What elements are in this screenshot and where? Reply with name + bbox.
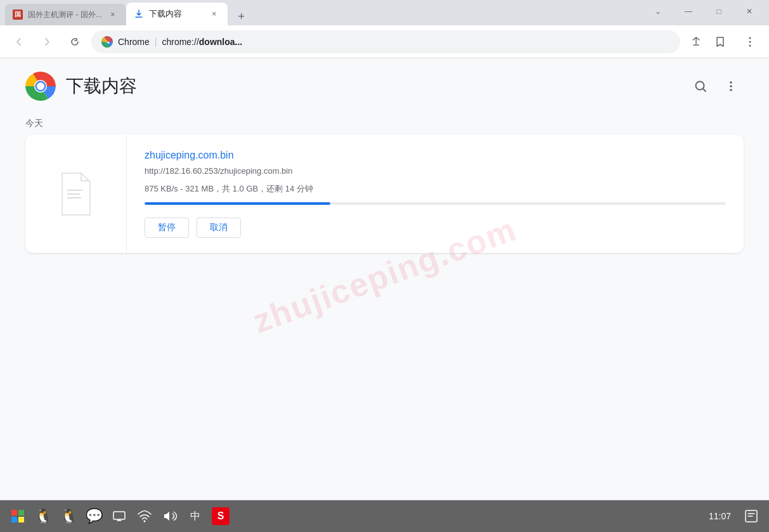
svg-rect-13: [67, 190, 82, 191]
share-button[interactable]: [685, 31, 707, 53]
new-tab-button[interactable]: +: [233, 8, 250, 25]
tab-close-active[interactable]: ×: [209, 8, 220, 20]
close-button[interactable]: ✕: [735, 1, 764, 22]
svg-rect-18: [11, 517, 17, 522]
download-actions: 暂停 取消: [145, 217, 726, 238]
header-actions: [688, 74, 744, 99]
download-filename[interactable]: zhujiceping.com.bin: [145, 150, 726, 161]
taskbar-qq-icon-1[interactable]: 🐧: [33, 506, 53, 526]
pause-button[interactable]: 暂停: [145, 217, 189, 238]
download-url: http://182.16.60.253/zhujiceping.com.bin: [145, 166, 726, 176]
taskbar-wifi-icon[interactable]: [134, 506, 155, 526]
taskbar-color-icon[interactable]: [8, 506, 28, 526]
taskbar-notification-icon[interactable]: [741, 506, 761, 526]
download-status: 875 KB/s - 321 MB，共 1.0 GB，还剩 14 分钟: [145, 183, 726, 195]
tab-favicon-inactive: 国: [13, 10, 23, 20]
chrome-logo: [25, 71, 56, 101]
svg-point-3: [749, 41, 751, 42]
maximize-button[interactable]: □: [704, 1, 733, 22]
page-content: zhujiceping.com 下载内容: [0, 58, 769, 500]
cancel-button[interactable]: 取消: [197, 217, 241, 238]
taskbar: 🐧 🐧 💬 中 S: [0, 500, 769, 532]
taskbar-display-icon[interactable]: [109, 506, 129, 526]
file-icon-area: [25, 134, 127, 253]
tab-inactive[interactable]: 国 国外主机测评 - 国外... ×: [5, 4, 126, 25]
browser-menu-button[interactable]: [739, 30, 761, 53]
download-card-details: zhujiceping.com.bin http://182.16.60.253…: [127, 134, 744, 253]
taskbar-sogou-icon[interactable]: S: [210, 506, 231, 526]
page-title: 下载内容: [66, 74, 678, 98]
taskbar-input-method-icon[interactable]: 中: [185, 506, 205, 526]
tab-close-inactive[interactable]: ×: [107, 9, 119, 20]
taskbar-time: 11:07: [709, 511, 731, 521]
svg-rect-16: [11, 510, 17, 516]
svg-point-21: [144, 521, 146, 522]
svg-rect-15: [67, 197, 81, 198]
search-button[interactable]: [688, 74, 713, 99]
svg-rect-19: [18, 517, 24, 522]
tab-label-active: 下载内容: [149, 8, 204, 20]
address-bar-url: chrome://downloa...: [162, 37, 242, 47]
address-bar-actions: [685, 31, 731, 53]
tab-label-inactive: 国外主机测评 - 国外...: [28, 10, 102, 20]
section-label: 今天: [0, 108, 769, 134]
address-bar-sep: |: [155, 37, 157, 47]
address-bar[interactable]: Chrome | chrome://downloa...: [91, 30, 680, 53]
downloads-header: 下载内容: [0, 58, 769, 108]
bookmark-button[interactable]: [709, 31, 731, 53]
svg-rect-20: [113, 512, 125, 519]
taskbar-volume-icon[interactable]: [160, 506, 180, 526]
minimize-button[interactable]: —: [674, 1, 703, 22]
forward-button[interactable]: [36, 30, 58, 53]
reload-button[interactable]: [63, 30, 86, 53]
site-icon: [101, 36, 113, 48]
address-bar-brand: Chrome: [118, 37, 150, 47]
address-bar-row: Chrome | chrome://downloa...: [0, 25, 769, 58]
tab-active[interactable]: 下载内容 ×: [126, 3, 228, 25]
svg-point-11: [730, 85, 732, 88]
svg-point-4: [749, 44, 751, 46]
progress-bar-fill: [145, 202, 330, 205]
window-controls: ⌄ — □ ✕: [643, 1, 764, 25]
chevron-button[interactable]: ⌄: [643, 1, 673, 22]
svg-point-12: [730, 89, 732, 91]
download-card: zhujiceping.com.bin http://182.16.60.253…: [25, 134, 744, 253]
file-icon: [58, 172, 94, 216]
svg-point-8: [37, 82, 44, 90]
svg-rect-14: [67, 193, 80, 195]
back-button[interactable]: [8, 30, 30, 53]
taskbar-wechat-icon[interactable]: 💬: [84, 506, 104, 526]
tab-favicon-active: [134, 9, 144, 19]
svg-point-2: [749, 37, 751, 39]
svg-rect-17: [18, 510, 24, 516]
progress-bar-container: [145, 202, 726, 205]
svg-point-10: [730, 81, 732, 84]
title-bar: 国 国外主机测评 - 国外... × 下载内容 × + ⌄ — □ ✕: [0, 0, 769, 25]
page-menu-button[interactable]: [718, 74, 744, 99]
taskbar-qq-icon-2[interactable]: 🐧: [58, 506, 79, 526]
